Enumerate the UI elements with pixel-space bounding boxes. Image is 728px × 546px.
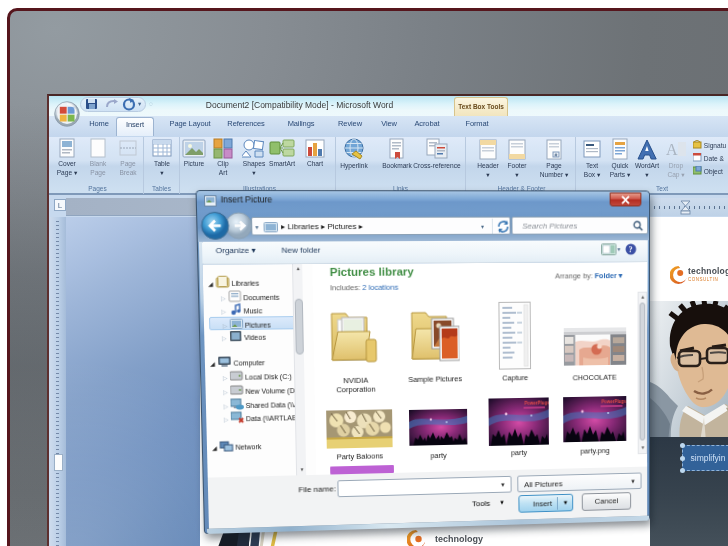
svg-text:PowerPlugs: PowerPlugs <box>601 399 626 404</box>
svg-text:A: A <box>666 141 678 158</box>
svg-text:PowerPlugs: PowerPlugs <box>525 401 549 406</box>
svg-text:#: # <box>555 152 558 158</box>
svg-text:?: ? <box>629 245 633 254</box>
